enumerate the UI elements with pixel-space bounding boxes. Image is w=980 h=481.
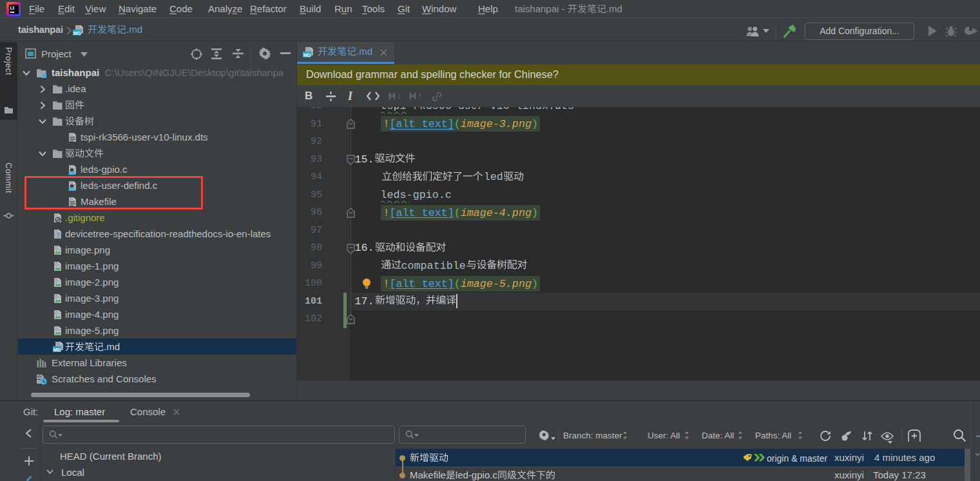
svg-text:MD: MD bbox=[303, 52, 311, 58]
svg-text:MD: MD bbox=[53, 347, 61, 353]
svg-text:MD: MD bbox=[73, 30, 81, 36]
svg-text:?: ? bbox=[56, 232, 60, 239]
